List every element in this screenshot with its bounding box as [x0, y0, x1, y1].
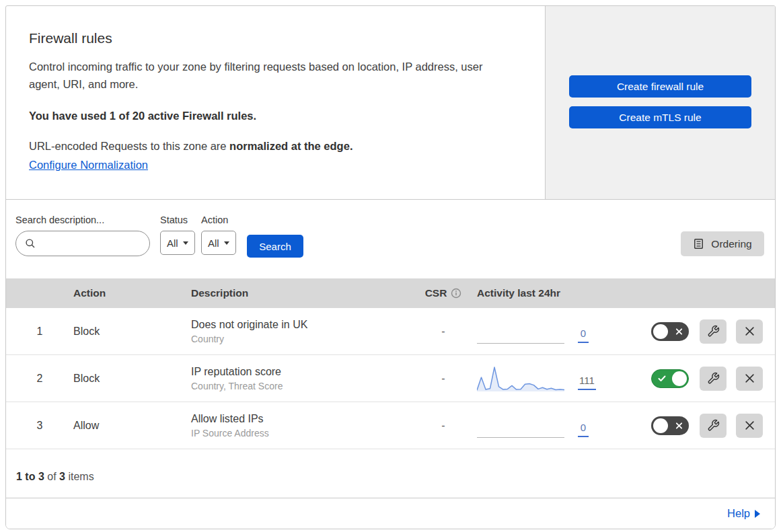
- create-firewall-rule-button[interactable]: Create firewall rule: [569, 75, 751, 98]
- actions-panel: Create firewall rule Create mTLS rule: [545, 6, 775, 199]
- chevron-down-icon: [224, 241, 229, 245]
- rule-enabled-toggle[interactable]: [651, 416, 689, 435]
- rule-fields: Country, Threat Score: [191, 381, 410, 391]
- toggle-knob: [672, 371, 687, 386]
- configure-normalization-link[interactable]: Configure Normalization: [29, 159, 148, 171]
- close-icon: [745, 326, 755, 336]
- action-dropdown[interactable]: All: [201, 231, 236, 255]
- rule-action: Block: [73, 326, 191, 338]
- column-header-action: Action: [73, 287, 191, 299]
- help-bar: Help: [6, 498, 775, 529]
- action-dropdown-value: All: [208, 237, 219, 249]
- page-description: Control incoming traffic to your zone by…: [29, 58, 510, 93]
- search-label: Search description...: [15, 215, 150, 225]
- status-label: Status: [160, 215, 195, 225]
- wrench-icon: [707, 419, 720, 432]
- header-section: Firewall rules Control incoming traffic …: [6, 6, 775, 200]
- page-title: Firewall rules: [29, 30, 525, 46]
- rule-priority: 1: [6, 326, 73, 338]
- edit-rule-button[interactable]: [700, 414, 727, 438]
- rule-description-cell: Does not originate in UK Country: [191, 319, 410, 344]
- edit-rule-button[interactable]: [700, 367, 727, 391]
- delete-rule-button[interactable]: [736, 319, 763, 344]
- rule-controls: [645, 367, 775, 391]
- action-label: Action: [201, 215, 236, 225]
- rule-description: Does not originate in UK: [191, 319, 410, 331]
- help-link[interactable]: Help: [727, 507, 760, 520]
- search-icon: [25, 238, 36, 249]
- rule-action: Allow: [73, 420, 191, 432]
- search-input[interactable]: [41, 238, 149, 250]
- rule-csr-value: -: [410, 373, 477, 385]
- table-row: 3 Allow Allow listed IPs IP Source Addre…: [6, 402, 775, 449]
- status-dropdown[interactable]: All: [160, 231, 195, 255]
- action-filter-group: Action All: [201, 215, 236, 255]
- wrench-icon: [707, 372, 720, 385]
- rule-description-cell: Allow listed IPs IP Source Address: [191, 413, 410, 439]
- rule-action: Block: [73, 373, 191, 385]
- usage-summary: You have used 1 of 20 active Firewall ru…: [29, 110, 525, 122]
- search-button[interactable]: Search: [247, 235, 303, 258]
- close-icon: [745, 373, 755, 383]
- activity-sparkline-flat: [477, 317, 564, 346]
- column-header-csr: CSR: [410, 287, 477, 299]
- rule-priority: 3: [6, 420, 73, 432]
- toggle-knob: [653, 324, 668, 339]
- activity-count-link[interactable]: 111: [578, 375, 596, 390]
- rule-csr-value: -: [410, 326, 477, 338]
- activity-count-link[interactable]: 0: [578, 328, 589, 343]
- column-header-activity: Activity last 24hr: [477, 287, 645, 299]
- rule-fields: Country: [191, 334, 410, 344]
- search-box[interactable]: [15, 231, 150, 256]
- status-filter-group: Status All: [160, 215, 195, 255]
- table-row: 2 Block IP reputation score Country, Thr…: [6, 355, 775, 402]
- create-mtls-rule-button[interactable]: Create mTLS rule: [569, 106, 751, 128]
- pagination-items: items: [68, 471, 94, 482]
- pagination-summary: 1 to 3 of 3 items: [6, 449, 775, 498]
- pagination-of: of: [47, 471, 56, 482]
- close-icon: [745, 420, 755, 430]
- column-header-description: Description: [191, 287, 410, 299]
- delete-rule-button[interactable]: [736, 414, 763, 438]
- ordering-button[interactable]: Ordering: [681, 231, 764, 256]
- pagination-total: 3: [59, 471, 65, 482]
- activity-count-link[interactable]: 0: [578, 422, 589, 437]
- ordering-button-label: Ordering: [711, 238, 751, 250]
- rule-activity-cell: 0: [477, 317, 645, 346]
- rule-enabled-toggle[interactable]: [651, 369, 689, 388]
- chevron-down-icon: [183, 241, 188, 245]
- csr-header-label: CSR: [425, 287, 447, 299]
- rule-priority: 2: [6, 373, 73, 385]
- rule-description: Allow listed IPs: [191, 413, 410, 425]
- table-header-row: Action Description CSR Activity last 24h…: [6, 278, 775, 308]
- check-icon: [658, 375, 666, 382]
- rule-description-cell: IP reputation score Country, Threat Scor…: [191, 366, 410, 391]
- rule-controls: [645, 319, 775, 344]
- firewall-rules-panel: Firewall rules Control incoming traffic …: [5, 5, 776, 529]
- delete-rule-button[interactable]: [736, 367, 763, 391]
- info-icon[interactable]: [451, 288, 461, 299]
- close-icon: [675, 328, 683, 335]
- table-row: 1 Block Does not originate in UK Country…: [6, 308, 775, 355]
- status-dropdown-value: All: [167, 237, 178, 249]
- intro-text-block: Firewall rules Control incoming traffic …: [6, 6, 545, 199]
- activity-sparkline-flat: [477, 412, 564, 440]
- edit-rule-button[interactable]: [700, 319, 727, 344]
- rule-csr-value: -: [410, 420, 477, 432]
- arrow-right-icon: [755, 510, 760, 518]
- search-group: Search description...: [15, 215, 150, 256]
- toggle-knob: [653, 418, 668, 433]
- rule-fields: IP Source Address: [191, 428, 410, 439]
- normalization-note-bold: normalized at the edge.: [229, 140, 352, 152]
- activity-sparkline-chart: [477, 365, 564, 393]
- pagination-range: 1 to 3: [16, 471, 44, 482]
- filter-toolbar: Search description... Status All Action …: [6, 200, 775, 278]
- rule-activity-cell: 0: [477, 412, 645, 440]
- rule-enabled-toggle[interactable]: [651, 322, 689, 341]
- rule-description: IP reputation score: [191, 366, 410, 378]
- help-link-label: Help: [727, 507, 750, 520]
- rule-controls: [645, 414, 775, 438]
- rule-activity-cell: 111: [477, 365, 645, 393]
- normalization-note: URL-encoded Requests to this zone are no…: [29, 140, 525, 153]
- close-icon: [675, 422, 683, 429]
